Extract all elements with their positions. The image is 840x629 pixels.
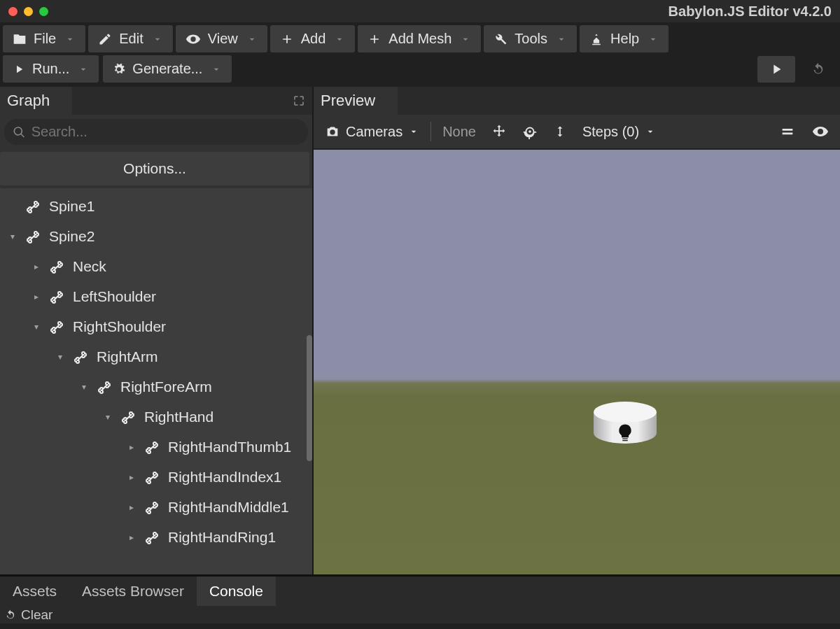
chevron-right-icon[interactable]: ▸ [31, 292, 42, 302]
chevron-right-icon[interactable]: ▸ [126, 442, 137, 452]
plus-icon [368, 32, 382, 46]
tree-node[interactable]: ▾RightHand [0, 402, 312, 432]
tree-node[interactable]: ▸RightHandThumb1 [0, 432, 312, 462]
chevron-down-icon[interactable]: ▾ [31, 322, 42, 332]
gizmo-scale[interactable] [546, 118, 574, 145]
tree-node-label: RightHand [144, 409, 214, 425]
preview-visibility-toggle[interactable] [804, 118, 837, 146]
tree-node[interactable]: ▸Neck [0, 251, 312, 281]
menu-file[interactable]: File [3, 25, 85, 52]
chevron-right-icon[interactable]: ▸ [126, 532, 137, 542]
tree-node-label: RightArm [97, 348, 158, 365]
menu-add-mesh[interactable]: Add Mesh [358, 25, 481, 52]
bottom-panel: Assets Assets Browser Console Clear [0, 574, 840, 623]
tree-node[interactable]: ▸RightHandMiddle1 [0, 492, 312, 522]
graph-options-button[interactable]: Options... [0, 152, 309, 185]
caret-down-icon [556, 34, 567, 45]
play-scene-button[interactable] [757, 56, 795, 83]
chevron-right-icon[interactable]: ▸ [31, 262, 42, 271]
bone-icon [144, 529, 161, 546]
tree-scrollbar[interactable] [307, 335, 312, 461]
bottom-tab-row: Assets Assets Browser Console [0, 577, 840, 606]
caret-down-icon [645, 126, 656, 137]
caret-down-icon [152, 34, 163, 45]
window-controls [8, 7, 48, 16]
search-input[interactable] [30, 123, 300, 141]
maximize-icon[interactable] [293, 94, 305, 107]
console-clear-button[interactable]: Clear [0, 606, 840, 624]
bone-icon [49, 258, 66, 275]
tab-assets-browser[interactable]: Assets Browser [69, 577, 197, 606]
caret-down-icon [408, 126, 419, 137]
tab-assets[interactable]: Assets [0, 577, 69, 606]
lines-icon [780, 124, 795, 139]
light-gizmo[interactable] [594, 402, 657, 454]
menu-edit[interactable]: Edit [88, 25, 172, 52]
preview-tab[interactable]: Preview [314, 87, 398, 115]
bone-icon [144, 469, 161, 486]
menu-tools[interactable]: Tools [484, 25, 577, 52]
title-bar: Babylon.JS Editor v4.2.0 [0, 0, 840, 22]
tree-node-label: Spine2 [49, 228, 94, 245]
tree-node[interactable]: ▸RightHandIndex1 [0, 462, 312, 492]
tree-node[interactable]: ▾Spine2 [0, 221, 312, 251]
gizmo-none[interactable]: None [434, 118, 484, 146]
menu-view[interactable]: View [176, 25, 267, 52]
bone-icon [144, 499, 161, 516]
tab-console[interactable]: Console [197, 577, 276, 606]
tree-node[interactable]: ▸RightHandRing1 [0, 522, 312, 552]
reset-button[interactable] [799, 56, 837, 83]
light-bulb-icon [615, 423, 636, 444]
eye-icon [186, 31, 201, 47]
preview-viewport[interactable] [314, 150, 840, 574]
menu-add[interactable]: Add [270, 25, 356, 52]
tree-node-label: LeftShoulder [73, 288, 156, 305]
preview-toolbar: Cameras None Steps (0) [314, 115, 840, 150]
generate-button[interactable]: Generate... [103, 55, 232, 83]
secondary-toolbar: Run... Generate... [0, 55, 840, 87]
gizmo-move[interactable] [484, 118, 514, 145]
chevron-down-icon[interactable]: ▾ [7, 232, 18, 241]
refresh-icon [4, 609, 17, 621]
wrench-icon [493, 32, 507, 46]
graph-search[interactable] [4, 119, 308, 145]
menu-tools-label: Tools [514, 31, 547, 47]
chevron-right-icon[interactable]: ▸ [126, 502, 137, 512]
close-window-icon[interactable] [8, 7, 18, 16]
run-button[interactable]: Run... [3, 55, 99, 83]
tree-node[interactable]: ▸LeftShoulder [0, 281, 312, 311]
tree-node-label: RightShoulder [73, 318, 166, 335]
graph-tab-row: Graph [0, 87, 312, 115]
tree-node[interactable]: ▾RightArm [0, 341, 312, 372]
tree-node[interactable]: Spine1 [0, 191, 312, 221]
refresh-icon [811, 62, 826, 77]
gizmo-rotate[interactable] [515, 118, 545, 145]
steps-dropdown[interactable]: Steps (0) [574, 118, 664, 146]
minimize-window-icon[interactable] [24, 7, 33, 16]
chevron-down-icon[interactable]: ▾ [55, 352, 66, 362]
tree-node[interactable]: ▾RightShoulder [0, 311, 312, 341]
scene-graph-tree[interactable]: Spine1▾Spine2▸Neck▸LeftShoulder▾RightSho… [0, 188, 312, 574]
bone-icon [25, 198, 42, 215]
maximize-window-icon[interactable] [39, 7, 48, 16]
bone-icon [49, 318, 66, 335]
graph-tab[interactable]: Graph [0, 87, 72, 115]
preview-lines-toggle[interactable] [771, 118, 804, 145]
chevron-down-icon[interactable]: ▾ [78, 382, 90, 392]
tree-node[interactable]: ▾RightForeArm [0, 372, 312, 402]
caret-down-icon [334, 34, 345, 45]
tree-node-label: Neck [73, 258, 106, 275]
chevron-down-icon[interactable]: ▾ [102, 412, 113, 422]
main-area: Graph Options... Spine1▾Spine2▸Neck▸Left… [0, 87, 840, 574]
cameras-label: Cameras [346, 124, 402, 140]
caret-down-icon [460, 34, 471, 45]
chevron-right-icon[interactable]: ▸ [126, 472, 137, 482]
play-icon [13, 63, 25, 76]
clear-label: Clear [21, 607, 52, 623]
tree-node-label: RightHandIndex1 [168, 469, 281, 486]
camera-icon [325, 124, 340, 139]
plus-icon [280, 32, 294, 46]
menu-help[interactable]: Help [580, 25, 668, 52]
main-menubar: File Edit View Add Add Mesh Tools Help [0, 22, 840, 55]
cameras-dropdown[interactable]: Cameras [316, 118, 428, 146]
